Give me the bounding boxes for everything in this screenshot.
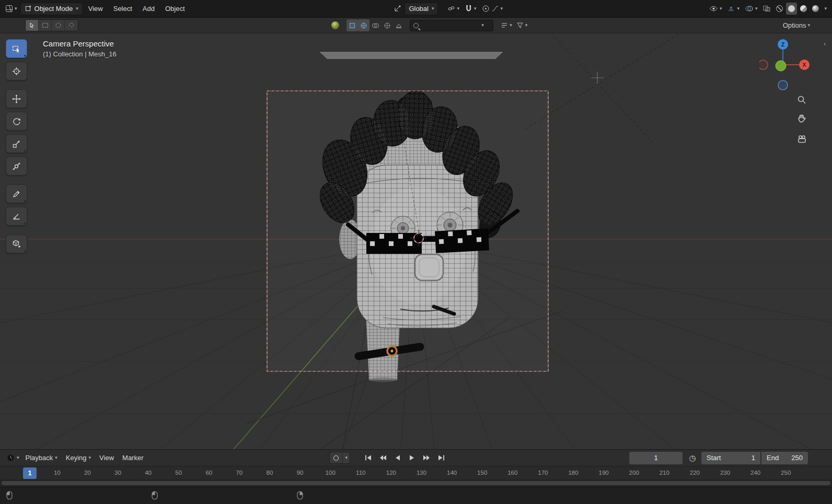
chevron-down-icon: ▾ xyxy=(481,23,484,28)
chevron-down-icon: ▾ xyxy=(510,23,512,28)
shading-options-button[interactable]: ▾ xyxy=(822,3,829,15)
chevron-down-icon: ▾ xyxy=(345,455,348,460)
toggle-overlays-button[interactable] xyxy=(358,19,369,31)
select-box-button[interactable] xyxy=(39,20,52,31)
tool-measure[interactable] xyxy=(6,207,27,226)
filter-list-button[interactable]: ▾ xyxy=(499,19,514,31)
filter-funnel-button[interactable]: ▾ xyxy=(514,19,530,31)
material-preview-ball-button[interactable] xyxy=(329,19,341,31)
jump-prev-keyframe-button[interactable] xyxy=(376,452,389,464)
tool-transform[interactable] xyxy=(6,157,27,175)
compositor-toggle-button[interactable] xyxy=(393,19,405,31)
proportional-editing-button[interactable]: ▾ xyxy=(480,3,505,15)
list-icon xyxy=(501,22,508,29)
gizmo-square-icon xyxy=(349,22,356,29)
horizontal-scrollbar[interactable] xyxy=(2,481,830,485)
menu-marker-label: Marker xyxy=(122,454,143,462)
shading-material-button[interactable] xyxy=(798,3,809,15)
viewport-search-field[interactable]: ▾ xyxy=(410,20,493,31)
start-value: 1 xyxy=(752,454,755,462)
material-sphere-icon xyxy=(800,5,807,12)
record-icon xyxy=(330,452,342,463)
play-button[interactable] xyxy=(406,452,418,464)
timeline-ruler[interactable]: 1020304050607080901001101201301401501601… xyxy=(0,466,832,479)
model-mesh16[interactable] xyxy=(313,90,519,382)
toggle-xray-small-button[interactable] xyxy=(369,19,382,31)
menu-object[interactable]: Object xyxy=(160,3,190,15)
current-frame-field[interactable]: 1 xyxy=(629,452,683,464)
sidebar-toggle-arrow[interactable]: ‹ xyxy=(824,40,826,48)
toolbar xyxy=(6,39,27,253)
frame-end-field[interactable]: End 250 xyxy=(761,452,808,464)
options-dropdown[interactable]: Options ▾ xyxy=(781,19,812,31)
ruler-tick: 150 xyxy=(475,470,490,476)
snapping-button[interactable]: ▾ xyxy=(463,3,479,15)
menu-view[interactable]: View xyxy=(84,3,108,15)
menu-add[interactable]: Add xyxy=(138,3,159,15)
toggle-xray-button[interactable] xyxy=(760,3,773,15)
search-icon xyxy=(413,23,419,28)
auto-keying-dropdown[interactable]: ▾ xyxy=(342,452,350,463)
jump-next-keyframe-button[interactable] xyxy=(420,452,433,464)
menu-playback[interactable]: Playback ▾ xyxy=(21,452,62,464)
orientation-label: Global xyxy=(409,5,429,13)
jump-to-start-button[interactable] xyxy=(362,452,374,464)
chain-link-icon xyxy=(447,5,455,13)
auto-keying-button[interactable]: ▾ xyxy=(329,452,350,464)
chevron-down-icon: ▾ xyxy=(737,6,739,11)
visibility-button[interactable]: ▾ xyxy=(707,3,724,15)
gizmo-negz-ball xyxy=(778,80,788,90)
tool-rotate[interactable] xyxy=(6,112,27,131)
end-value: 250 xyxy=(791,454,803,462)
tool-scale[interactable] xyxy=(6,134,27,153)
tool-cursor[interactable] xyxy=(6,62,27,80)
transform-orientation-icon-button[interactable] xyxy=(391,3,403,15)
jump-to-end-button[interactable] xyxy=(435,452,447,464)
blender-window: { "topbar": { "mode": "Object Mode", "me… xyxy=(0,0,832,504)
editor-type-button[interactable]: ▾ xyxy=(3,3,19,15)
menu-keying-label: Keying xyxy=(66,454,87,462)
select-tweak-button[interactable] xyxy=(26,20,39,31)
ruler-tick: 100 xyxy=(322,470,338,476)
mouse-context-hint-icon xyxy=(297,491,303,501)
chevron-down-icon: ▾ xyxy=(525,23,528,28)
tool-add-cube[interactable] xyxy=(6,235,27,253)
select-lasso-button[interactable] xyxy=(65,20,78,31)
tool-select-box[interactable] xyxy=(6,39,27,58)
ruler-tick: 40 xyxy=(141,470,156,476)
select-circle-button[interactable] xyxy=(52,20,65,31)
navigation-gizmo[interactable]: Z X xyxy=(759,38,812,90)
playhead[interactable]: 1 xyxy=(23,467,37,479)
menu-keying[interactable]: Keying ▾ xyxy=(62,452,95,464)
timeline-editor-type-button[interactable]: ▾ xyxy=(4,452,21,464)
menu-timeline-view[interactable]: View xyxy=(95,452,118,464)
mode-dropdown[interactable]: Object Mode ▾ xyxy=(20,3,83,15)
toggle-gizmos-button[interactable] xyxy=(346,19,358,31)
shading-solid-button[interactable] xyxy=(786,3,797,15)
shading-rendered-button[interactable] xyxy=(810,3,821,15)
ruler-tick: 20 xyxy=(79,470,95,476)
tool-annotate[interactable] xyxy=(6,184,27,203)
use-preview-range-button[interactable]: ◷ xyxy=(687,452,698,464)
play-reverse-button[interactable] xyxy=(391,452,403,464)
show-gizmos-button[interactable]: ▾ xyxy=(725,3,742,15)
transform-orientation-dropdown[interactable]: Global ▾ xyxy=(405,3,438,15)
shading-wireframe-button[interactable] xyxy=(774,3,785,15)
show-overlays-button[interactable]: ▾ xyxy=(743,3,760,15)
proportional-circle-icon xyxy=(482,5,490,13)
viewport-canvas[interactable] xyxy=(0,33,832,449)
pan-hand-button[interactable] xyxy=(795,112,808,125)
chevron-down-icon: ▾ xyxy=(432,6,434,11)
frame-start-field[interactable]: Start 1 xyxy=(701,452,760,464)
snap-target-button[interactable]: ▾ xyxy=(445,3,461,15)
search-input[interactable] xyxy=(421,22,479,29)
menu-select[interactable]: Select xyxy=(109,3,137,15)
solid-sphere-icon xyxy=(788,5,795,12)
camera-view-button[interactable] xyxy=(795,132,808,146)
menu-marker[interactable]: Marker xyxy=(118,452,147,464)
timeline-header: ▾ Playback ▾ Keying ▾ View Marker ▾ xyxy=(0,449,832,466)
zoom-button[interactable] xyxy=(795,93,808,107)
chevron-down-icon: ▾ xyxy=(807,23,810,28)
tool-move[interactable] xyxy=(6,89,27,108)
shading-globe-button[interactable] xyxy=(382,19,393,31)
